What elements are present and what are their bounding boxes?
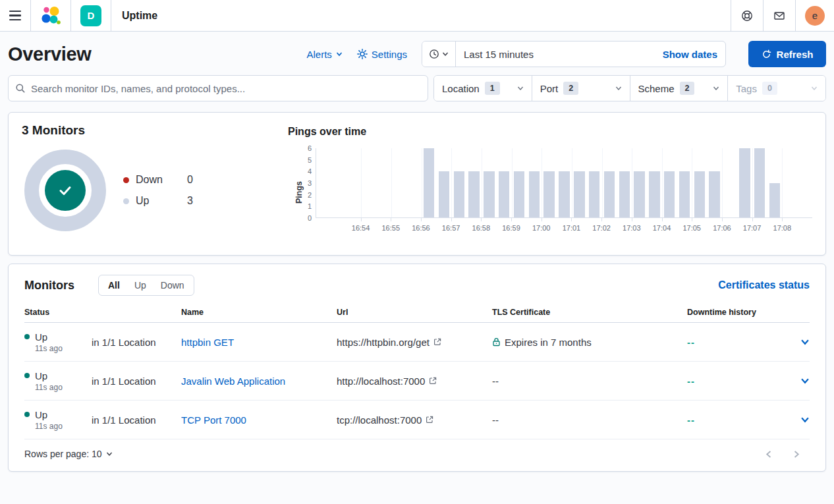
x-tick-label: 16:56 (412, 224, 430, 232)
chart-bar (559, 171, 569, 217)
up-dot-icon (123, 198, 129, 204)
expand-row-button[interactable] (783, 337, 810, 347)
gridline (752, 148, 753, 217)
filter-port[interactable]: Port2 (532, 76, 630, 101)
monitor-name-link[interactable]: TCP Port 7000 (181, 414, 246, 426)
certificates-status-link[interactable]: Certificates status (718, 279, 810, 291)
expand-row-button[interactable] (783, 376, 810, 385)
chart-plot-area (316, 148, 812, 218)
x-tick-mark (421, 218, 422, 221)
chevron-down-icon (800, 376, 810, 385)
monitor-url: http://localhost:7000 (337, 376, 425, 387)
y-tick-label: 4 (308, 167, 312, 175)
table-row: Up 11s ago in 1/1 Location httpbin GET h… (24, 323, 810, 362)
last-check-time: 11s ago (24, 383, 63, 392)
check-icon (55, 181, 75, 200)
x-tick-label: 17:08 (773, 224, 792, 232)
table-header: Status Name Url TLS Certificate Downtime… (24, 308, 810, 323)
legend-down: Down 0 (123, 174, 193, 186)
external-link-icon[interactable] (429, 377, 437, 385)
snapshot-panel: 3 Monitors Down 0 Up 3 (8, 112, 826, 256)
hamburger-icon (9, 11, 21, 20)
y-tick-label: 5 (308, 156, 312, 164)
help-button[interactable] (731, 0, 763, 31)
menu-toggle[interactable] (0, 0, 30, 31)
legend-up: Up 3 (123, 195, 193, 207)
down-dot-icon (123, 177, 129, 183)
filter-count-badge: 0 (762, 82, 777, 95)
y-tick-label: 6 (308, 144, 312, 152)
x-tick-label: 17:00 (532, 224, 551, 232)
location-cell: in 1/1 Location (92, 414, 181, 426)
col-status: Status (24, 308, 92, 317)
gridline (361, 148, 362, 217)
downtime-history: -- (687, 414, 783, 426)
chart-bar (439, 171, 449, 217)
monitor-name-link[interactable]: httpbin GET (181, 337, 234, 348)
external-link-icon[interactable] (426, 416, 433, 424)
chart-bar (664, 171, 675, 217)
monitors-panel: Monitors All Up Down Certificates status… (8, 264, 826, 472)
chart-bar (574, 171, 584, 217)
x-tick-mark (632, 218, 632, 221)
search-icon (15, 83, 26, 94)
y-tick-label: 0 (308, 214, 312, 222)
col-tls: TLS Certificate (492, 308, 687, 317)
settings-button[interactable]: Settings (357, 49, 407, 60)
lock-icon (492, 337, 501, 347)
y-tick-label: 1 (308, 202, 312, 210)
chart-bar (514, 171, 524, 217)
y-tick-label: 3 (308, 179, 312, 187)
x-tick-mark (722, 218, 723, 221)
search-input[interactable] (31, 83, 421, 94)
tab-down[interactable]: Down (161, 280, 184, 291)
tab-up[interactable]: Up (134, 280, 146, 291)
tls-expiry: -- (492, 376, 687, 387)
quick-select-menu-button[interactable] (422, 42, 456, 67)
up-status-icon (24, 412, 30, 417)
show-dates-button[interactable]: Show dates (655, 49, 725, 60)
monitor-name-link[interactable]: Javalin Web Application (181, 376, 285, 387)
previous-page-button[interactable] (765, 450, 773, 459)
gridline (422, 148, 422, 217)
filter-scheme[interactable]: Scheme2 (630, 76, 729, 101)
filter-tags[interactable]: Tags0 (728, 76, 825, 101)
x-tick-label: 16:57 (442, 224, 460, 232)
space-switcher[interactable]: D (71, 0, 111, 31)
monitor-url: https://httpbin.org/get (337, 337, 430, 348)
tab-all[interactable]: All (108, 280, 120, 291)
filter-location[interactable]: Location1 (434, 76, 532, 101)
chart-title: Pings over time (288, 126, 812, 138)
alerts-menu-button[interactable]: Alerts (306, 49, 342, 60)
chart-bar (709, 171, 719, 217)
filter-group: Location1 Port2 Scheme2 Tags0 (433, 75, 826, 101)
x-tick-label: 17:07 (743, 224, 762, 232)
chevron-down-icon (811, 85, 818, 92)
elastic-logo[interactable] (31, 0, 70, 31)
chevron-down-icon (517, 85, 524, 92)
location-cell: in 1/1 Location (92, 376, 181, 387)
downtime-history: -- (687, 337, 783, 348)
gridline (602, 148, 603, 217)
refresh-button[interactable]: Refresh (748, 41, 826, 67)
chevron-down-icon (106, 451, 113, 457)
refresh-icon (762, 49, 771, 59)
chart-bar (649, 171, 659, 217)
chart-bar (499, 171, 509, 217)
pings-chart: Pings over time Pings 0123456 16:5416:55… (288, 123, 812, 244)
app-title: Uptime (111, 0, 167, 31)
expand-row-button[interactable] (783, 415, 810, 424)
user-menu[interactable]: e (796, 0, 834, 31)
chart-bar (754, 148, 765, 217)
rows-per-page-button[interactable]: Rows per page: 10 (24, 449, 113, 459)
newsfeed-button[interactable] (764, 0, 795, 31)
tls-expiry: -- (492, 414, 687, 426)
filter-count-badge: 1 (485, 82, 500, 95)
chevron-down-icon (615, 85, 622, 92)
time-range-value[interactable]: Last 15 minutes (456, 49, 655, 60)
table-row: Up 11s ago in 1/1 Location TCP Port 7000… (24, 401, 810, 439)
gridline (391, 148, 392, 217)
external-link-icon[interactable] (433, 338, 441, 346)
space-badge: D (80, 5, 101, 26)
next-page-button[interactable] (792, 450, 800, 459)
